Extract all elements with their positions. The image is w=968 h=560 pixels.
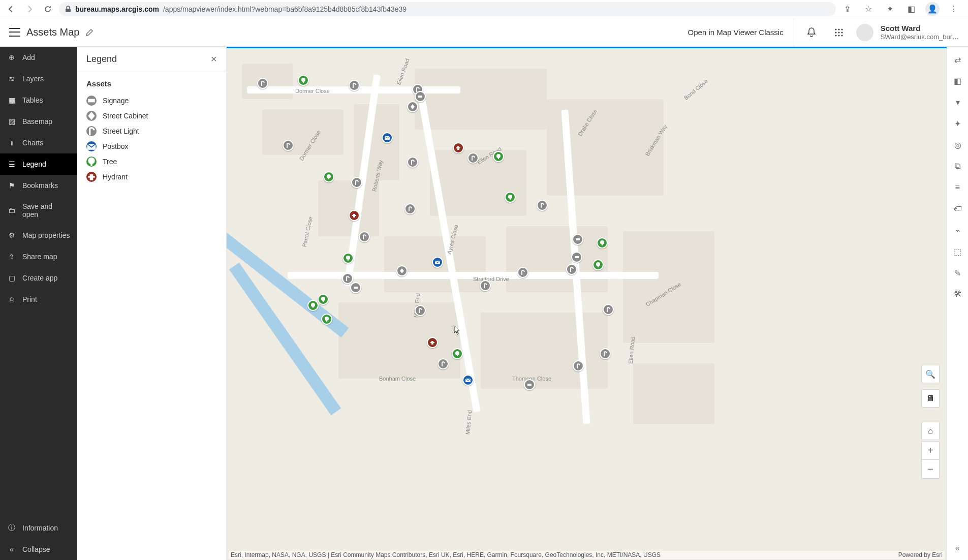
asset-streetlight[interactable] (351, 177, 362, 188)
sidebar-item-label: Layers (22, 75, 44, 83)
user-block[interactable]: Scott Ward SWard@esriuk.com_bur… (881, 24, 959, 41)
asset-streetlight[interactable] (566, 264, 577, 275)
search-map-icon[interactable]: 🔍 (921, 365, 940, 383)
powered-by[interactable]: Powered by Esri (898, 551, 943, 558)
asset-streetlight[interactable] (603, 304, 614, 315)
asset-streetlight[interactable] (537, 200, 548, 211)
asset-tree[interactable] (493, 151, 504, 162)
fields-icon[interactable]: ≡ (952, 182, 963, 193)
asset-cabinet[interactable] (407, 101, 418, 112)
legend-item-cabinet: Street Cabinet (86, 108, 217, 123)
asset-hydrant[interactable] (453, 142, 464, 153)
asset-tree[interactable] (298, 75, 309, 86)
sidebar-item-print[interactable]: ⎙ Print (0, 289, 77, 310)
configure-icon[interactable]: ⬚ (952, 246, 963, 257)
share-page-icon[interactable]: ⇪ (840, 2, 854, 16)
asset-tree[interactable] (321, 314, 332, 325)
asset-streetlight[interactable] (407, 157, 418, 168)
asset-signage[interactable] (572, 234, 583, 245)
asset-streetlight[interactable] (438, 358, 449, 369)
app-launcher-icon[interactable] (829, 22, 849, 43)
home-extent-icon[interactable]: ⌂ (921, 422, 940, 440)
asset-hydrant[interactable] (349, 210, 360, 221)
sidebar-item-collapse[interactable]: « Collapse (0, 539, 77, 560)
asset-signage[interactable] (524, 379, 535, 390)
asset-signage[interactable] (415, 91, 426, 102)
asset-streetlight[interactable] (404, 203, 416, 214)
sidebar-item-bookmarks[interactable]: ⚑ Bookmarks (0, 175, 77, 196)
asset-tree[interactable] (597, 237, 608, 248)
asset-signage[interactable] (350, 282, 361, 293)
zoom-out-button[interactable]: − (922, 460, 939, 478)
sidebar-item-add[interactable]: ⊕ Add (0, 47, 77, 68)
asset-postbox[interactable] (432, 257, 443, 268)
sidebar-item-legend[interactable]: ☰ Legend (0, 153, 77, 175)
asset-streetlight[interactable] (283, 140, 294, 151)
forward-icon[interactable] (22, 2, 37, 16)
asset-streetlight[interactable] (415, 305, 426, 316)
asset-signage[interactable] (571, 252, 582, 263)
sidebar-item-share[interactable]: ⇪ Share map (0, 246, 77, 267)
forms-icon[interactable]: ⌁ (952, 225, 963, 236)
zoom-in-button[interactable]: + (922, 442, 939, 460)
asset-tree[interactable] (342, 253, 354, 264)
back-icon[interactable] (4, 2, 18, 16)
close-icon[interactable]: ✕ (210, 54, 217, 64)
sidebar-item-layers[interactable]: ≋ Layers (0, 68, 77, 89)
map-tools-icon[interactable]: 🛠 (952, 289, 963, 300)
asset-streetlight[interactable] (359, 231, 370, 242)
star-icon[interactable]: ☆ (861, 2, 876, 16)
asset-tree[interactable] (318, 294, 329, 305)
asset-tree[interactable] (452, 348, 463, 359)
reload-icon[interactable] (41, 2, 55, 16)
sidebar-item-tables[interactable]: ▦ Tables (0, 89, 77, 111)
notifications-icon[interactable] (801, 22, 822, 43)
asset-hydrant[interactable] (427, 337, 438, 348)
asset-streetlight[interactable] (257, 78, 268, 89)
view-toggle-icon[interactable]: 🖥 (921, 389, 940, 408)
asset-tree[interactable] (505, 192, 516, 203)
sidebar-item-save[interactable]: 🗀 Save and open (0, 196, 77, 225)
asset-streetlight[interactable] (517, 267, 528, 278)
address-bar[interactable]: bureau.maps.arcgis.com/apps/mapviewer/in… (59, 2, 836, 16)
profile-icon[interactable]: 👤 (925, 2, 940, 16)
avatar[interactable] (856, 24, 873, 41)
effects-icon[interactable]: ✦ (952, 118, 963, 129)
asset-cabinet[interactable] (396, 265, 408, 276)
sidepanel-icon[interactable]: ◧ (904, 2, 918, 16)
sketch-icon[interactable]: ✎ (952, 267, 963, 278)
sidebar-item-createapp[interactable]: ▢ Create app (0, 267, 77, 289)
open-classic-link[interactable]: Open in Map Viewer Classic (688, 18, 794, 46)
asset-streetlight[interactable] (600, 348, 611, 359)
asset-tree[interactable] (592, 259, 604, 270)
asset-streetlight[interactable] (342, 273, 353, 284)
menu-icon[interactable] (9, 27, 20, 38)
expand-settings-icon[interactable]: « (955, 544, 960, 553)
legend-item-label: Hydrant (103, 173, 128, 181)
edit-title-icon[interactable] (85, 28, 93, 37)
legend-item-hydrant: Hydrant (86, 169, 217, 184)
styles-icon[interactable]: ◧ (952, 75, 963, 86)
asset-tree[interactable] (323, 171, 334, 182)
sidebar-item-mapprops[interactable]: ⚙ Map properties (0, 225, 77, 246)
filter-icon[interactable]: ▾ (952, 97, 963, 108)
asset-postbox[interactable] (462, 375, 474, 386)
asset-streetlight[interactable] (480, 280, 491, 291)
sidebar-item-basemap[interactable]: ▨ Basemap (0, 111, 77, 132)
asset-tree[interactable] (307, 300, 319, 311)
extensions-icon[interactable]: ✦ (883, 2, 897, 16)
kebab-icon[interactable]: ⋮ (947, 2, 961, 16)
asset-postbox[interactable] (382, 132, 393, 143)
sidebar-item-information[interactable]: ⓘ Information (0, 517, 77, 539)
map-view[interactable]: Dormer CloseDormer CloseEllen RoadRobert… (227, 47, 947, 560)
asset-streetlight[interactable] (349, 80, 360, 91)
svg-point-1 (835, 28, 836, 30)
cluster-icon[interactable]: ◎ (952, 139, 963, 150)
zoom-control: + − (921, 441, 940, 479)
asset-streetlight[interactable] (573, 360, 584, 371)
sidebar-item-charts[interactable]: ⫾ Charts (0, 132, 77, 153)
popups-icon[interactable]: ⧉ (952, 161, 963, 172)
properties-icon[interactable]: ⇄ (952, 54, 963, 65)
asset-streetlight[interactable] (467, 152, 479, 164)
labels-icon[interactable]: 🏷 (952, 203, 963, 214)
